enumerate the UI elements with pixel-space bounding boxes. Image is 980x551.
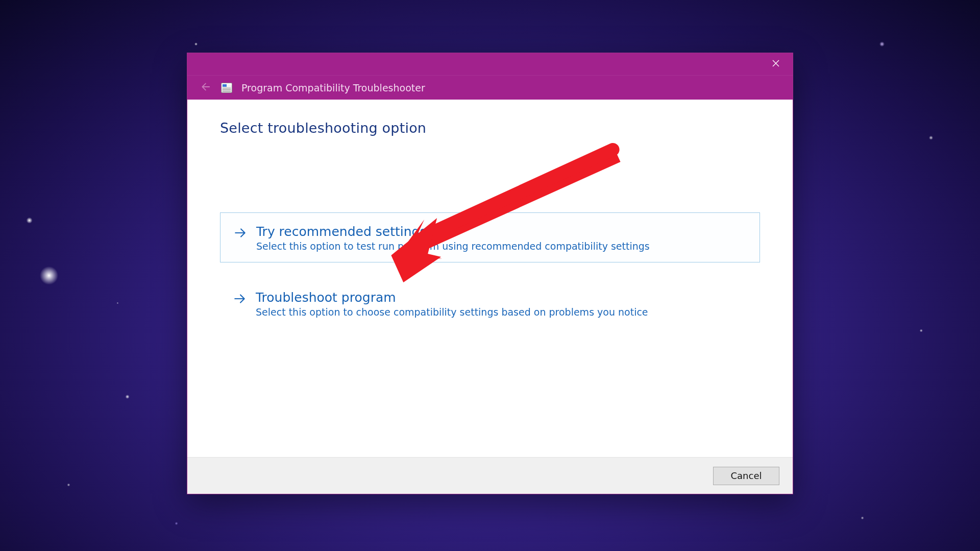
page-heading: Select troubleshooting option <box>220 120 760 136</box>
option-title: Troubleshoot program <box>256 290 648 305</box>
arrow-right-icon <box>233 292 247 305</box>
wizard-body: Select troubleshooting option Try recomm… <box>187 100 793 457</box>
close-button[interactable] <box>761 55 791 74</box>
option-description: Select this option to choose compatibili… <box>256 306 648 318</box>
back-button[interactable] <box>198 81 212 95</box>
option-try-recommended[interactable]: Try recommended settings Select this opt… <box>220 212 760 262</box>
titlebar <box>187 53 793 75</box>
wizard-header: Program Compatibility Troubleshooter <box>187 75 793 100</box>
cancel-button[interactable]: Cancel <box>713 467 779 485</box>
annotation-arrow <box>187 100 793 457</box>
wizard-footer: Cancel <box>187 457 793 494</box>
option-text: Try recommended settings Select this opt… <box>256 224 650 252</box>
arrow-right-icon <box>234 226 247 239</box>
option-troubleshoot-program[interactable]: Troubleshoot program Select this option … <box>220 279 760 328</box>
window-title: Program Compatibility Troubleshooter <box>241 82 425 93</box>
close-icon <box>772 59 780 69</box>
desktop-wallpaper: Program Compatibility Troubleshooter Sel… <box>0 0 980 551</box>
troubleshooter-dialog: Program Compatibility Troubleshooter Sel… <box>187 53 793 494</box>
option-title: Try recommended settings <box>256 224 650 239</box>
option-description: Select this option to test run program u… <box>256 241 650 252</box>
arrow-left-icon <box>199 81 210 94</box>
program-icon <box>221 83 232 93</box>
option-text: Troubleshoot program Select this option … <box>256 290 648 318</box>
